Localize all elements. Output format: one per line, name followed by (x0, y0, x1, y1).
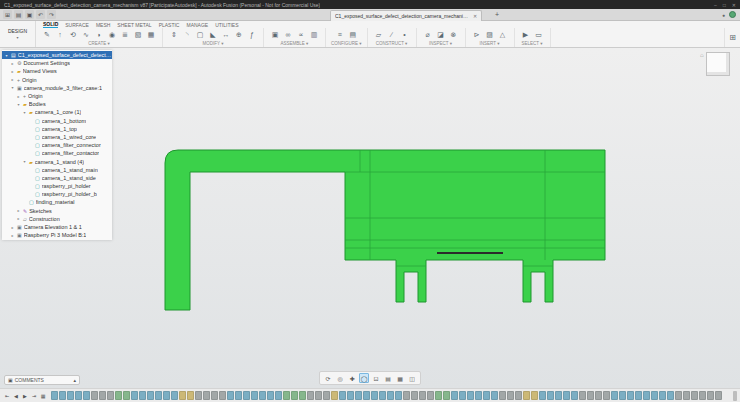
construction-plane-icon[interactable]: ▱ (373, 29, 385, 40)
timeline-options-icon[interactable]: ▦ (39, 391, 47, 401)
timeline-feature[interactable] (131, 391, 138, 400)
timeline-feature[interactable] (595, 391, 602, 400)
timeline-feature[interactable] (299, 391, 306, 400)
browser-item[interactable]: ▾▤C1_exposed_surface_defect_detection_ca… (2, 51, 112, 59)
timeline-feature[interactable] (603, 391, 610, 400)
as-built-joint-icon[interactable]: ∝ (295, 29, 307, 40)
combine-icon[interactable]: ⊕ (233, 29, 245, 40)
timeline-feature[interactable] (75, 391, 82, 400)
viewports-icon[interactable]: ◫ (407, 373, 417, 383)
timeline-feature[interactable] (123, 391, 130, 400)
timeline-feature[interactable] (187, 391, 194, 400)
timeline-feature[interactable] (523, 391, 530, 400)
maximize-icon[interactable]: □ (723, 2, 726, 8)
ribbon-tab-plastic[interactable]: PLASTIC (159, 22, 180, 28)
timeline-feature[interactable] (67, 391, 74, 400)
configure-icon[interactable]: ≡ (334, 29, 346, 40)
timeline-feature[interactable] (507, 391, 514, 400)
notifications-icon[interactable]: ● (722, 12, 725, 18)
pattern-icon[interactable]: ▦ (145, 29, 157, 40)
browser-item[interactable]: ▢camera_filter_contactor (2, 149, 112, 157)
browser-item[interactable]: ▢finding_material (2, 198, 112, 206)
timeline-feature[interactable] (387, 391, 394, 400)
browser-item[interactable]: ▢camera_1_stand_side (2, 174, 112, 182)
comments-bar[interactable]: ▣ COMMENTS ▴ (4, 375, 80, 385)
expand-arrow-icon[interactable]: ▸ (10, 233, 15, 238)
extensions-icon[interactable]: ⊞ (724, 28, 740, 47)
timeline-feature[interactable] (579, 391, 586, 400)
browser-item[interactable]: ▢camera_1_bottom (2, 117, 112, 125)
timeline-feature[interactable] (227, 391, 234, 400)
browser-item[interactable]: ▢raspberry_pi_holder (2, 182, 112, 190)
timeline-feature[interactable] (587, 391, 594, 400)
extrude-icon[interactable]: ↑ (54, 29, 66, 40)
timeline-feature[interactable] (107, 391, 114, 400)
interference-icon[interactable]: ⊗ (448, 29, 460, 40)
timeline-feature[interactable] (395, 391, 402, 400)
timeline-feature[interactable] (499, 391, 506, 400)
ribbon-tab-manage[interactable]: MANAGE (186, 22, 208, 28)
timeline-feature[interactable] (203, 391, 210, 400)
browser-item[interactable]: ▸▣Raspberry Pi 3 Model B:1 (2, 231, 112, 239)
browser-item[interactable]: ▸▣Camera Elevation 1 & 1 (2, 223, 112, 231)
tab-close-icon[interactable]: ✕ (473, 13, 477, 19)
minimize-icon[interactable]: – (714, 2, 717, 8)
browser-item[interactable]: ▢camera_1_wired_core (2, 133, 112, 141)
ribbon-group-label[interactable]: INSERT ▾ (471, 40, 509, 47)
select-icon[interactable]: ▶ (520, 29, 532, 40)
timeline-feature[interactable] (355, 391, 362, 400)
timeline-feature[interactable] (171, 391, 178, 400)
fillet-icon[interactable]: ◝ (181, 29, 193, 40)
timeline-feature[interactable] (235, 391, 242, 400)
browser-item[interactable]: ▸▰Named Views (2, 67, 112, 75)
pan-icon[interactable]: ✚ (347, 373, 357, 383)
timeline-feature[interactable] (555, 391, 562, 400)
expand-arrow-icon[interactable]: ▾ (22, 159, 27, 164)
ribbon-group-label[interactable]: CONFIGURE ▾ (331, 40, 362, 47)
expand-arrow-icon[interactable]: ▾ (16, 102, 21, 107)
timeline-feature[interactable] (139, 391, 146, 400)
go-to-start-icon[interactable]: ⇤ (3, 391, 11, 401)
browser-item[interactable]: ▸⚙Document Settings (2, 59, 112, 67)
shell-icon[interactable]: ▢ (194, 29, 206, 40)
browser-item[interactable]: ▸▱Construction (2, 215, 112, 223)
timeline-feature[interactable] (435, 391, 442, 400)
timeline-feature[interactable] (659, 391, 666, 400)
timeline-scrubber[interactable] (733, 391, 737, 401)
timeline-feature[interactable] (115, 391, 122, 400)
timeline-feature[interactable] (291, 391, 298, 400)
construction-axis-icon[interactable]: ∕ (386, 29, 398, 40)
timeline-feature[interactable] (411, 391, 418, 400)
document-tab[interactable]: C1_exposed_surface_defect_detection_came… (330, 10, 482, 21)
step-back-icon[interactable]: ◀ (12, 391, 20, 401)
ribbon-tab-surface[interactable]: SURFACE (65, 22, 89, 28)
go-to-end-icon[interactable]: ⇥ (30, 391, 38, 401)
timeline-feature[interactable] (83, 391, 90, 400)
ribbon-tab-sheet-metal[interactable]: SHEET METAL (117, 22, 151, 28)
timeline-feature[interactable] (219, 391, 226, 400)
timeline-feature[interactable] (619, 391, 626, 400)
timeline-feature[interactable] (635, 391, 642, 400)
timeline-feature[interactable] (403, 391, 410, 400)
timeline-feature[interactable] (571, 391, 578, 400)
timeline-feature[interactable] (563, 391, 570, 400)
timeline-feature[interactable] (627, 391, 634, 400)
ribbon-tab-mesh[interactable]: MESH (96, 22, 110, 28)
expand-arrow-icon[interactable]: ▾ (10, 85, 15, 90)
create-sketch-icon[interactable]: ✎ (41, 29, 53, 40)
construction-point-icon[interactable]: • (399, 29, 411, 40)
timeline-feature[interactable] (275, 391, 282, 400)
expand-arrow-icon[interactable]: ▾ (22, 110, 27, 115)
section-analysis-icon[interactable]: ◪ (435, 29, 447, 40)
expand-arrow-icon[interactable]: ▸ (10, 61, 15, 66)
timeline-feature[interactable] (475, 391, 482, 400)
timeline-feature[interactable] (259, 391, 266, 400)
expand-arrow-icon[interactable]: ▸ (10, 77, 15, 82)
timeline-feature[interactable] (99, 391, 106, 400)
comments-expand-icon[interactable]: ▴ (73, 377, 76, 383)
expand-arrow-icon[interactable]: ▸ (10, 69, 15, 74)
timeline-feature[interactable] (443, 391, 450, 400)
draft-icon[interactable]: ◣ (207, 29, 219, 40)
revolve-icon[interactable]: ⟲ (67, 29, 79, 40)
timeline-feature[interactable] (379, 391, 386, 400)
